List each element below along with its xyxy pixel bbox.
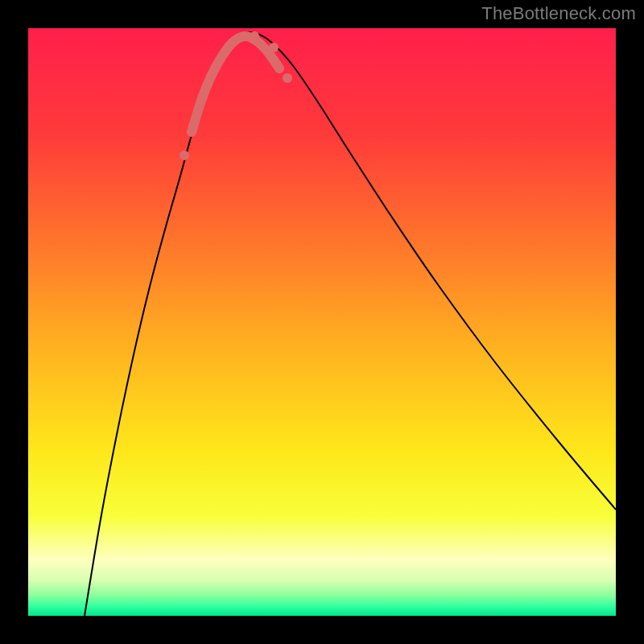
- sweet-spot-dot: [188, 122, 198, 131]
- chart-plot-area: [28, 28, 616, 616]
- chart-background-gradient: [28, 28, 616, 616]
- sweet-spot-dot: [250, 31, 259, 41]
- outer-frame: TheBottleneck.com: [0, 0, 644, 644]
- sweet-spot-dot: [269, 43, 279, 52]
- watermark-text: TheBottleneck.com: [481, 3, 636, 24]
- sweet-spot-dot: [180, 151, 189, 160]
- sweet-spot-dot: [198, 92, 208, 101]
- sweet-spot-dot: [210, 64, 220, 73]
- sweet-spot-dot: [225, 41, 234, 51]
- sweet-spot-dot: [283, 73, 292, 83]
- chart-svg: [28, 28, 616, 616]
